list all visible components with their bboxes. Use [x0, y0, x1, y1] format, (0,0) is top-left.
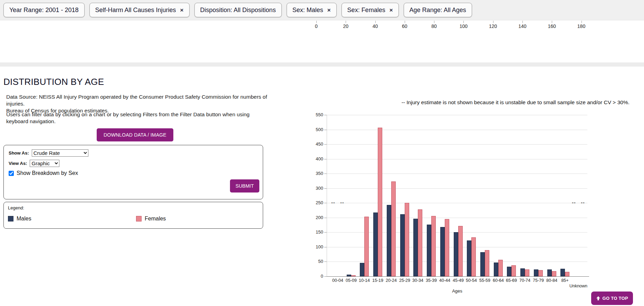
- gridline: [327, 115, 587, 115]
- y-axis-tick: [324, 276, 327, 277]
- bar-females-35-39[interactable]: [431, 216, 436, 276]
- bar-males-85+[interactable]: [560, 269, 565, 276]
- page: Year Range: 2001 - 2018Self-Harm All Cau…: [0, 0, 644, 306]
- gridline: [327, 130, 587, 130]
- y-axis-tick: [324, 115, 327, 115]
- bar-males-35-39[interactable]: [427, 225, 431, 276]
- unstable-estimate-marker-females-00-04: --: [338, 200, 347, 205]
- bar-females-75-79[interactable]: [538, 270, 543, 276]
- y-axis-tick: [324, 232, 327, 233]
- y-axis-tick: [324, 203, 327, 203]
- y-axis-label: 450: [307, 141, 323, 147]
- up-arrow-icon: [596, 296, 600, 300]
- bar-females-20-24[interactable]: [391, 181, 396, 276]
- y-axis-tick: [324, 130, 327, 130]
- bar-females-85+[interactable]: [565, 272, 569, 276]
- gridline: [327, 203, 587, 203]
- y-axis-label: 350: [307, 171, 323, 176]
- y-axis-label: 300: [307, 186, 323, 191]
- bar-females-40-44[interactable]: [445, 219, 449, 276]
- bar-males-20-24[interactable]: [387, 205, 391, 276]
- bar-females-65-69[interactable]: [511, 265, 516, 276]
- gridline: [327, 188, 587, 189]
- bar-males-45-49[interactable]: [454, 232, 458, 276]
- bar-females-80-84[interactable]: [552, 271, 556, 276]
- bar-males-75-79[interactable]: [534, 269, 538, 276]
- bar-females-70-74[interactable]: [525, 269, 529, 276]
- bar-males-80-84[interactable]: [547, 269, 552, 276]
- gridline: [327, 144, 587, 145]
- y-axis-label: 400: [307, 156, 323, 161]
- bar-females-05-09[interactable]: [351, 275, 356, 276]
- bar-males-50-54[interactable]: [467, 240, 471, 276]
- age-distribution-chart[interactable]: 05010015020025030035040045050055000-0405…: [0, 0, 644, 306]
- bar-females-50-54[interactable]: [471, 237, 476, 276]
- x-axis-label: Unknown: [567, 284, 590, 288]
- go-to-top-button[interactable]: GO TO TOP: [591, 292, 633, 305]
- y-axis-label: 50: [307, 259, 323, 264]
- y-axis-tick: [324, 174, 327, 174]
- bar-males-65-69[interactable]: [507, 267, 511, 276]
- bar-females-15-19[interactable]: [378, 128, 382, 276]
- bar-males-40-44[interactable]: [440, 227, 445, 276]
- unstable-estimate-marker-males-00-04: --: [329, 200, 338, 205]
- x-axis-label: 85+: [553, 278, 577, 283]
- bar-males-30-34[interactable]: [413, 219, 418, 276]
- bar-females-60-64[interactable]: [498, 260, 503, 276]
- y-axis-tick: [324, 218, 327, 218]
- y-axis-label: 0: [307, 274, 323, 279]
- y-axis-line: [327, 115, 327, 276]
- bar-males-05-09[interactable]: [347, 275, 351, 276]
- y-axis-label: 150: [307, 229, 323, 235]
- y-axis-label: 250: [307, 200, 323, 205]
- bar-males-55-59[interactable]: [480, 252, 485, 276]
- bar-males-10-14[interactable]: [360, 263, 364, 276]
- y-axis-label: 550: [307, 112, 323, 117]
- bar-females-30-34[interactable]: [418, 209, 422, 276]
- y-axis-tick: [324, 188, 327, 189]
- y-axis-label: 200: [307, 215, 323, 220]
- bar-males-60-64[interactable]: [494, 263, 498, 276]
- bar-females-45-49[interactable]: [458, 226, 463, 276]
- gridline: [327, 159, 587, 159]
- x-axis-title: Ages: [440, 288, 474, 294]
- bar-females-10-14[interactable]: [364, 217, 369, 276]
- go-to-top-label: GO TO TOP: [603, 296, 628, 301]
- y-axis-tick: [324, 261, 327, 262]
- gridline: [327, 174, 587, 174]
- unstable-estimate-marker-males-Unknown: --: [569, 200, 578, 205]
- unstable-estimate-marker-females-Unknown: --: [578, 200, 587, 205]
- bar-males-70-74[interactable]: [520, 268, 525, 276]
- y-axis-label: 500: [307, 127, 323, 132]
- y-axis-tick: [324, 144, 327, 145]
- y-axis-tick: [324, 159, 327, 159]
- y-axis-label: 100: [307, 244, 323, 249]
- bar-males-25-29[interactable]: [400, 214, 405, 276]
- bar-males-15-19[interactable]: [373, 213, 378, 276]
- bar-females-25-29[interactable]: [405, 203, 409, 276]
- y-axis-tick: [324, 247, 327, 247]
- bar-females-55-59[interactable]: [485, 250, 489, 276]
- x-axis-line: [327, 276, 589, 277]
